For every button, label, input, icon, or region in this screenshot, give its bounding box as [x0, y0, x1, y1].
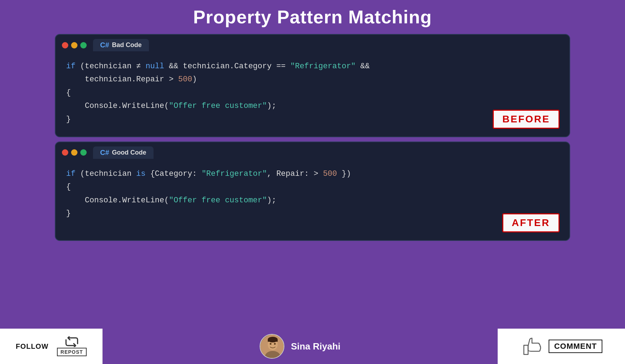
- good-code-line-2: {: [66, 180, 559, 193]
- svg-point-3: [270, 343, 272, 345]
- csharp-icon-good: C#: [100, 149, 109, 157]
- bad-code-line-1: if (technician ≠ null && technician.Cate…: [66, 60, 559, 73]
- bottom-left-section: FOLLOW REPOST: [0, 329, 103, 364]
- repost-icon: [65, 336, 79, 347]
- good-code-content: if (technician is {Category: "Refrigerat…: [56, 159, 569, 240]
- good-code-line-3: Console.WriteLine("Offer free customer")…: [66, 194, 559, 207]
- bad-code-line-2: technician.Repair > 500): [66, 73, 559, 86]
- csharp-icon-bad: C#: [100, 41, 109, 49]
- page-title: Property Pattern Matching: [0, 0, 625, 34]
- bad-code-content: if (technician ≠ null && technician.Cate…: [56, 51, 569, 137]
- traffic-light-red-good: [62, 149, 68, 156]
- good-code-titlebar: C# Good Code: [56, 142, 569, 159]
- traffic-lights-bad: [62, 42, 87, 48]
- repost-label[interactable]: REPOST: [57, 348, 87, 356]
- bad-code-line-5: }: [66, 113, 559, 126]
- traffic-light-green-bad: [80, 42, 87, 48]
- traffic-lights-good: [62, 149, 87, 156]
- after-stamp: AFTER: [502, 213, 560, 232]
- bottom-bar: FOLLOW REPOST: [0, 329, 625, 364]
- follow-label[interactable]: FOLLOW: [16, 342, 48, 351]
- bad-code-tab-label: Bad Code: [112, 41, 142, 49]
- comment-label[interactable]: COMMENT: [549, 340, 603, 353]
- author-avatar: [260, 334, 284, 359]
- bad-code-titlebar: C# Bad Code: [56, 35, 569, 51]
- svg-point-4: [274, 343, 276, 345]
- traffic-light-yellow-bad: [71, 42, 77, 48]
- bad-code-tab: C# Bad Code: [93, 39, 149, 51]
- good-code-line-1: if (technician is {Category: "Refrigerat…: [66, 167, 559, 180]
- good-code-line-4: }: [66, 207, 559, 220]
- bad-code-line-4: Console.WriteLine("Offer free customer")…: [66, 99, 559, 112]
- thumbs-up-icon[interactable]: [520, 335, 542, 358]
- before-stamp: BEFORE: [493, 110, 560, 129]
- good-code-tab: C# Good Code: [93, 146, 154, 159]
- traffic-light-red-bad: [62, 42, 68, 48]
- bad-code-line-3: {: [66, 86, 559, 99]
- traffic-light-green-good: [80, 149, 87, 156]
- panels-container: C# Bad Code if (technician ≠ null && tec…: [0, 34, 625, 241]
- bad-code-panel: C# Bad Code if (technician ≠ null && tec…: [55, 34, 570, 137]
- repost-badge[interactable]: REPOST: [57, 336, 87, 356]
- traffic-light-yellow-good: [71, 149, 77, 156]
- good-code-tab-label: Good Code: [112, 149, 146, 156]
- bottom-center-section: Sina Riyahi: [103, 334, 498, 359]
- bottom-right-section: COMMENT: [498, 329, 625, 364]
- good-code-panel: C# Good Code if (technician is {Category…: [55, 141, 570, 241]
- svg-rect-6: [268, 340, 278, 342]
- author-name: Sina Riyahi: [291, 341, 340, 352]
